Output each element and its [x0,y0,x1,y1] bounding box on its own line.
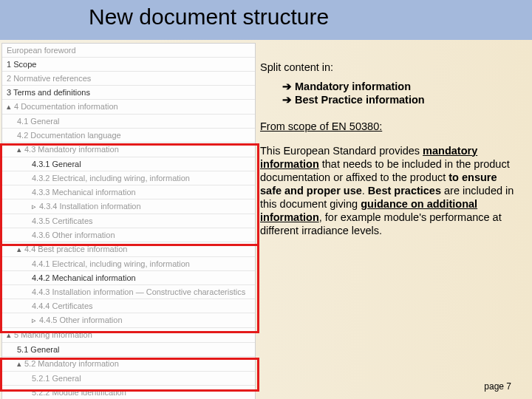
toc-row: European foreword [2,44,255,58]
tree-toggle-icon: ▴ [17,359,24,369]
page-number: page 7 [484,381,511,392]
text: This European Standard provides [260,145,423,157]
toc-label: 4.2 Documentation language [17,131,121,140]
toc-row: 4.3.3 Mechanical information [2,185,255,200]
tree-toggle-icon: ▹ [32,202,39,211]
toc-label: 4.3.5 Certificates [32,216,93,225]
toc-label: 4.3.1 General [32,160,81,168]
content-block: Split content in: ➔ Mandatory informatio… [260,61,519,243]
toc-label: 4.3.4 Installation information [39,202,141,211]
toc-label: 5 Marking information [14,330,92,339]
toc-row: 4.3.6 Other information [2,228,255,242]
bullet-text: Mandatory information [295,80,411,93]
toc-panel: European foreword1 Scope2 Normative refe… [1,43,256,399]
toc-row: 5.2.1 General [2,372,255,386]
toc-label: 4.4 Best practice information [24,245,127,253]
toc-row: 1 Scope [2,58,255,72]
bullet-text: Best Practice information [295,93,425,106]
toc-row: 2 Normative references [2,72,255,86]
toc-row: ▴5 Marking information [2,328,255,343]
toc-row: 4.4.1 Electrical, including wiring, info… [2,257,255,271]
toc-row: ▹4.3.4 Installation information [2,200,255,214]
slide-title: New document structure [89,4,329,30]
text-bold: Best practices [368,185,441,197]
toc-row: 5.2.2 Module identification [2,386,255,399]
toc-label: 4.4.2 Mechanical information [32,273,136,282]
toc-label: 4.3.3 Mechanical information [32,188,136,197]
tree-toggle-icon: ▴ [7,102,14,112]
toc-row: ▴4.4 Best practice information [2,242,255,257]
toc-label: 4.3 Mandatory information [24,145,119,154]
scope-paragraph: This European Standard provides mandator… [260,144,519,238]
toc-row: 4.4.2 Mechanical information [2,271,255,285]
toc-label: 5.2.2 Module identification [32,388,126,397]
toc-label: 4.4.4 Certificates [32,301,93,310]
toc-row: ▴5.2 Mandatory information [2,357,255,372]
tree-toggle-icon: ▴ [17,145,24,154]
lead-line: Split content in: [260,61,519,74]
slide-header: New document structure [0,0,532,40]
text: . [362,185,368,197]
tree-toggle-icon: ▹ [32,316,39,325]
toc-row: 4.4.4 Certificates [2,299,255,313]
toc-row: ▴4.3 Mandatory information [2,143,255,157]
toc-label: 5.1 General [17,345,59,354]
scope-heading: From scope of EN 50380: [260,120,519,133]
toc-row: 5.1 General [2,343,255,357]
toc-label: 1 Scope [7,60,36,69]
toc-row: 4.3.1 General [2,157,255,171]
arrow-icon: ➔ [282,80,292,93]
toc-row: ▹4.4.5 Other information [2,313,255,328]
toc-row: 3 Terms and definitions [2,86,255,100]
arrow-icon: ➔ [282,93,292,106]
toc-label: 4.3.2 Electrical, including wiring, info… [32,174,190,183]
bullet-mandatory: ➔ Mandatory information [282,80,519,93]
toc-row: 4.3.5 Certificates [2,214,255,228]
toc-label: 4.4.5 Other information [39,316,123,324]
toc-label: 4.4.1 Electrical, including wiring, info… [32,259,190,268]
toc-row: 4.1 General [2,115,255,129]
toc-row: 4.3.2 Electrical, including wiring, info… [2,171,255,185]
toc-label: 4.1 General [17,117,59,126]
tree-toggle-icon: ▴ [17,245,24,254]
toc-label: 5.2 Mandatory information [24,359,119,368]
toc-label: 3 Terms and definitions [7,88,90,97]
tree-toggle-icon: ▴ [7,330,14,340]
toc-row: ▴4 Documentation information [2,100,255,115]
toc-label: 5.2.1 General [32,374,81,383]
toc-row: 4.2 Documentation language [2,129,255,143]
bullet-bestpractice: ➔ Best Practice information [282,93,519,106]
toc-label: 4.4.3 Installation information — Constru… [32,287,245,296]
toc-label: 4.3.6 Other information [32,231,115,239]
toc-label: European foreword [7,46,76,55]
toc-label: 4 Documentation information [14,102,118,111]
toc-label: 2 Normative references [7,74,91,83]
slide-body: European foreword1 Scope2 Normative refe… [0,40,532,399]
toc-row: 4.4.3 Installation information — Constru… [2,285,255,299]
